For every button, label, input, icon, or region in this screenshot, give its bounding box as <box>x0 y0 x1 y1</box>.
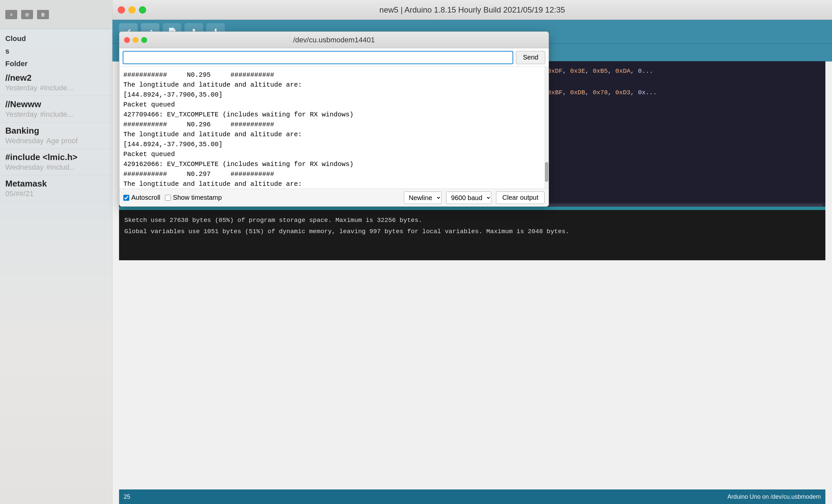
note-meta-metamask: 05/##/21 <box>5 189 107 198</box>
notes-list: Cloud s Folder //new2 Yesterday #include… <box>0 32 112 202</box>
newline-dropdown[interactable]: Newline <box>404 191 441 204</box>
output-line-10: ########### N0.297 ########### <box>123 169 541 179</box>
sidebar-icon-1: ≡ <box>5 10 17 19</box>
compile-line-2: Global variables use 1051 bytes (51%) of… <box>124 226 820 237</box>
window-minimize-button[interactable] <box>128 6 136 14</box>
output-line-1: The longtitude and latitude and altitude… <box>123 80 541 90</box>
autoscroll-label: Autoscroll <box>131 194 160 202</box>
clear-output-button[interactable]: Clear output <box>496 191 545 204</box>
output-line-2: [144.8924,-37.7906,35.00] <box>123 90 541 100</box>
note-item-metamask[interactable]: Metamask 05/##/21 <box>0 175 112 202</box>
output-line-5: ########### N0.296 ########### <box>123 120 541 130</box>
output-line-11: The longtitude and latitude and altitude… <box>123 179 541 188</box>
window-close-button[interactable] <box>118 6 125 14</box>
serial-close-button[interactable] <box>124 37 130 43</box>
sidebar: ≡ ⊞ 🗑 Cloud s Folder //new2 Yesterday #i… <box>0 0 112 504</box>
timestamp-label: Show timestamp <box>173 194 222 202</box>
board-info: Arduino Uno on /dev/cu.usbmodem <box>728 494 821 500</box>
note-title-include: #include <lmic.h> <box>5 152 107 162</box>
window-maximize-button[interactable] <box>139 6 146 14</box>
note-item-include[interactable]: #include <lmic.h> Wednesday #includ... <box>0 149 112 175</box>
note-item-new2[interactable]: //new2 Yesterday #include... <box>0 70 112 96</box>
sidebar-toolbar: ≡ ⊞ 🗑 <box>0 0 112 29</box>
output-line-7: [144.8924,-37.7906,35.00] <box>123 139 541 150</box>
note-title-banking: Banking <box>5 126 107 136</box>
sidebar-icon-2: ⊞ <box>21 10 33 19</box>
output-line-8: Packet queued <box>123 150 541 159</box>
serial-send-button[interactable]: Send <box>516 51 545 64</box>
output-line-3: Packet queued <box>123 100 541 110</box>
serial-output: ########### N0.295 ########### The longt… <box>120 67 545 188</box>
output-line-0: ########### N0.295 ########### <box>123 70 541 80</box>
serial-output-container: ########### N0.295 ########### The longt… <box>120 67 549 188</box>
note-meta-newww: Yesterday #include... <box>5 110 107 119</box>
status-bar: 25 Arduino Uno on /dev/cu.usbmodem <box>119 489 825 504</box>
serial-title-bar: /dev/cu.usbmodem14401 <box>120 32 549 48</box>
serial-status-bar: Autoscroll Show timestamp Newline 9600 b… <box>120 188 549 206</box>
serial-window-controls <box>124 37 147 43</box>
output-line-6: The longtitude and latitude and altitude… <box>123 130 541 139</box>
note-title-newww: //Newww <box>5 99 107 109</box>
timestamp-checkbox[interactable] <box>165 195 171 201</box>
note-title-metamask: Metamask <box>5 179 107 189</box>
serial-scrollbar[interactable] <box>545 67 549 188</box>
window-controls <box>118 6 146 14</box>
section-s: s <box>0 44 112 57</box>
section-cloud: Cloud <box>0 32 112 44</box>
note-item-banking[interactable]: Banking Wednesday Age proof <box>0 122 112 149</box>
compile-line-1: Sketch uses 27638 bytes (85%) of program… <box>124 215 820 226</box>
baud-dropdown[interactable]: 9600 baud <box>446 191 491 204</box>
serial-minimize-button[interactable] <box>133 37 138 43</box>
arduino-window: new5 | Arduino 1.8.15 Hourly Build 2021/… <box>112 0 832 504</box>
serial-scrollbar-thumb[interactable] <box>545 162 548 182</box>
autoscroll-checkbox[interactable] <box>123 195 129 201</box>
timestamp-checkbox-label[interactable]: Show timestamp <box>165 194 222 202</box>
title-bar: new5 | Arduino 1.8.15 Hourly Build 2021/… <box>112 0 832 20</box>
serial-monitor: /dev/cu.usbmodem14401 Send ########### N… <box>119 31 549 207</box>
autoscroll-checkbox-label[interactable]: Autoscroll <box>123 194 160 202</box>
note-item-newww[interactable]: //Newww Yesterday #include... <box>0 96 112 122</box>
sidebar-icon-3: 🗑 <box>37 10 49 19</box>
serial-maximize-button[interactable] <box>141 37 147 43</box>
serial-input-field[interactable] <box>123 51 513 64</box>
note-meta-include: Wednesday #includ... <box>5 163 107 171</box>
output-line-9: 429162066: EV_TXCOMPLETE (includes waiti… <box>123 159 541 169</box>
serial-monitor-title: /dev/cu.usbmodem14401 <box>293 36 375 44</box>
line-number-display: 25 <box>124 494 130 500</box>
note-meta-new2: Yesterday #include... <box>5 84 107 92</box>
compile-output: Sketch uses 27638 bytes (85%) of program… <box>119 210 825 260</box>
serial-input-row: Send <box>120 48 549 67</box>
window-title: new5 | Arduino 1.8.15 Hourly Build 2021/… <box>379 5 565 15</box>
note-meta-banking: Wednesday Age proof <box>5 137 107 145</box>
section-folder: Folder <box>0 57 112 70</box>
output-line-4: 427709466: EV_TXCOMPLETE (includes waiti… <box>123 110 541 120</box>
note-title-new2: //new2 <box>5 73 107 83</box>
